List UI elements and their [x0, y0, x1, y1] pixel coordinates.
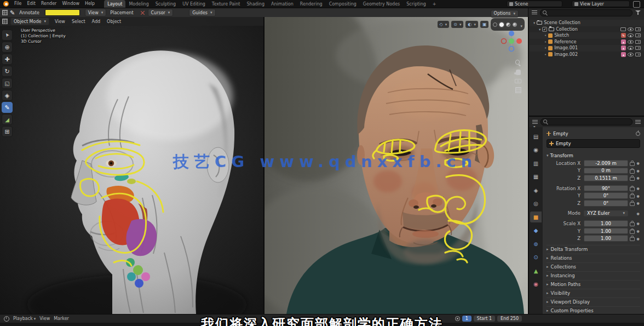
menu-object[interactable]: Object [104, 19, 124, 24]
rotation-mode-dropdown[interactable]: XYZ Euler [584, 210, 628, 217]
animate-dot[interactable]: ● [636, 221, 640, 225]
tool-measure[interactable] [2, 114, 13, 125]
outliner-row-object[interactable]: Image.002 ▴ [529, 52, 644, 58]
hide-eye-icon[interactable] [628, 40, 634, 44]
filter-funnel-icon[interactable] [635, 10, 641, 15]
lock-icon[interactable] [630, 177, 635, 181]
props-tab-render[interactable]: ◉ [530, 145, 542, 156]
lock-icon[interactable] [630, 237, 635, 242]
props-tab-output[interactable]: ▥ [530, 158, 542, 169]
navigation-gizmo[interactable] [499, 29, 524, 53]
lock-icon[interactable] [630, 162, 635, 167]
tab-geometry-nodes[interactable]: Geometry Nodes [360, 0, 403, 8]
animate-dot[interactable]: ● [636, 229, 640, 233]
properties-menu-icon[interactable] [635, 120, 641, 124]
hide-eye-icon[interactable] [628, 27, 634, 31]
tool-move[interactable] [2, 54, 13, 65]
tab-modeling[interactable]: Modeling [125, 0, 152, 8]
editor-type-icon[interactable] [2, 19, 8, 24]
rotation-x-field[interactable]: 90° [584, 185, 628, 192]
tab-shading[interactable]: Shading [243, 0, 268, 8]
tool-select-box[interactable] [2, 30, 13, 41]
tab-sculpting[interactable]: Sculpting [152, 0, 179, 8]
disclosure-icon[interactable] [533, 20, 535, 25]
tool-scale[interactable] [2, 78, 13, 89]
display-mode-icon[interactable] [532, 10, 537, 15]
shading-solid-button[interactable] [499, 22, 504, 27]
shading-wireframe-button[interactable] [493, 22, 497, 27]
tool-annotate[interactable] [2, 102, 13, 113]
animate-dot[interactable]: ● [636, 169, 640, 173]
props-tab-physics[interactable]: ⊙ [530, 252, 542, 263]
outliner-row-object[interactable]: Image.001 ▴ [529, 45, 644, 52]
properties-search-input[interactable] [540, 118, 633, 125]
animate-dot[interactable]: ● [636, 194, 640, 198]
lock-icon[interactable] [630, 195, 635, 199]
snapping-dropdown[interactable]: ⊙ [451, 21, 463, 28]
location-z-field[interactable]: 0.1511 m [584, 175, 628, 181]
tab-scripting[interactable]: Scripting [403, 0, 429, 8]
camera-view-icon[interactable] [515, 79, 521, 83]
tool-cursor[interactable] [2, 42, 13, 53]
stroke-style-dropdown[interactable]: View [85, 9, 107, 16]
props-tab-scene[interactable]: ◈ [530, 185, 542, 196]
ortho-toggle-icon[interactable] [515, 87, 521, 93]
section-collections[interactable]: Collections [547, 262, 640, 271]
add-workspace-button[interactable]: + [429, 0, 440, 8]
view-layer-selector[interactable]: View Layer [572, 1, 630, 7]
rotation-y-field[interactable]: 0° [584, 192, 628, 199]
restrict-viewport-icon[interactable] [620, 27, 626, 31]
scale-z-field[interactable]: 1.00 [584, 235, 628, 242]
shading-options-caret[interactable] [519, 19, 522, 30]
animate-dot[interactable]: ● [636, 211, 640, 215]
restrict-render-icon[interactable] [635, 46, 641, 50]
menu-render[interactable]: Render [38, 0, 59, 8]
section-visibility[interactable]: Visibility [547, 289, 640, 298]
tool-add-cube[interactable] [2, 126, 13, 137]
menu-help[interactable]: Help [82, 0, 97, 8]
outliner-search-input[interactable] [540, 9, 633, 16]
animate-dot[interactable]: ● [636, 186, 640, 190]
guides-dropdown[interactable]: Guides [189, 9, 215, 16]
props-tab-modifiers[interactable]: ◆ [530, 225, 542, 236]
section-viewport-display[interactable]: Viewport Display [547, 298, 640, 306]
animate-dot[interactable]: ● [636, 237, 640, 241]
tab-layout[interactable]: Layout [104, 0, 125, 8]
animate-dot[interactable]: ● [636, 176, 640, 180]
scene-selector[interactable]: Scene [507, 1, 562, 7]
menu-select[interactable]: Select [69, 19, 88, 24]
tab-uv-editing[interactable]: UV Editing [179, 0, 209, 8]
restrict-render-icon[interactable] [635, 33, 641, 37]
shading-material-button[interactable] [506, 22, 510, 27]
hide-eye-icon[interactable] [628, 46, 634, 50]
placement-dropdown[interactable]: Cursor [148, 9, 174, 16]
zoom-icon[interactable] [515, 60, 521, 66]
hide-eye-icon[interactable] [628, 53, 634, 56]
props-tab-view-layer[interactable]: ▦ [530, 171, 542, 182]
properties-editor-icon[interactable] [532, 120, 538, 124]
lock-icon[interactable] [630, 222, 635, 227]
section-custom-properties[interactable]: Custom Properties [547, 306, 640, 314]
location-y-field[interactable]: 0 m [584, 168, 628, 174]
tab-rendering[interactable]: Rendering [297, 0, 326, 8]
editor-type-icon[interactable] [2, 10, 8, 15]
props-tab-world[interactable]: ◎ [530, 198, 542, 209]
outliner-row-scene-collection[interactable]: Scene Collection [529, 20, 644, 26]
scale-x-field[interactable]: 1.00 [584, 220, 628, 227]
shading-rendered-button[interactable] [513, 22, 517, 27]
menu-edit[interactable]: Edit [24, 0, 38, 8]
tab-texture-paint[interactable]: Texture Paint [209, 0, 244, 8]
mode-dropdown[interactable]: Object Mode [10, 18, 49, 25]
restrict-render-icon[interactable] [635, 40, 641, 44]
restrict-render-icon[interactable] [635, 53, 641, 56]
props-tab-material[interactable]: ◉ [530, 279, 542, 290]
props-tab-object[interactable]: ■ [530, 211, 542, 222]
proportional-edit-dropdown[interactable]: ◐ [465, 21, 478, 28]
menu-add[interactable]: Add [89, 19, 104, 24]
new-view-layer-icon[interactable] [633, 1, 640, 8]
hide-eye-icon[interactable] [628, 33, 634, 37]
tab-animation[interactable]: Animation [268, 0, 297, 8]
overlays-toggle[interactable]: ▣ [480, 21, 489, 28]
tab-compositing[interactable]: Compositing [326, 0, 360, 8]
outliner-row-object[interactable]: Sketch ✎ [529, 32, 644, 39]
